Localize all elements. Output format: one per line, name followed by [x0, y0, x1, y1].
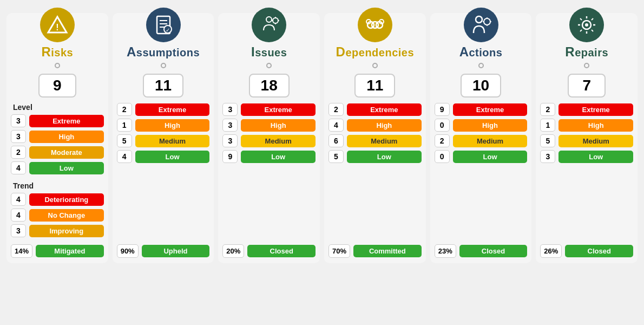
- level-badge: Medium: [347, 135, 422, 147]
- level-count: 6: [328, 134, 344, 147]
- dashboard: !Risks9Level3Extreme3High2Moderate4LowTr…: [6, 13, 638, 263]
- assumptions-connector: [161, 63, 166, 68]
- level-count: 1: [540, 119, 555, 132]
- repairs-level-row: 2Extreme: [540, 103, 633, 116]
- level-badge: Low: [29, 162, 104, 174]
- level-count: 2: [11, 146, 26, 159]
- assumptions-bottom-row: 90%Upheld: [117, 244, 210, 258]
- risks-pct: 14%: [11, 244, 32, 258]
- issues-level-row: 3High: [222, 119, 316, 132]
- level-badge: High: [558, 119, 633, 132]
- dependencies-level-row: 4High: [328, 119, 422, 132]
- dependencies-total: 11: [354, 74, 395, 98]
- level-count: 4: [117, 150, 132, 163]
- level-count: 3: [222, 119, 238, 132]
- assumptions-level-row: 2Extreme: [117, 103, 210, 116]
- actions-pct: 23%: [435, 244, 456, 258]
- svg-point-8: [266, 17, 272, 22]
- dependencies-connector: [372, 63, 378, 68]
- column-repairs: Repairs72Extreme1High5Medium3Low26%Close…: [536, 13, 638, 263]
- level-badge: High: [29, 131, 104, 143]
- assumptions-status: Upheld: [142, 245, 210, 257]
- assumptions-pct: 90%: [117, 244, 139, 258]
- dependencies-status: Committed: [353, 245, 422, 257]
- dependencies-level-row: 2Extreme: [328, 103, 422, 116]
- level-count: 4: [328, 119, 344, 132]
- svg-line-33: [592, 18, 593, 20]
- actions-level-row: 9Extreme: [435, 103, 528, 116]
- level-badge: Medium: [558, 135, 633, 147]
- level-count: 3: [222, 134, 238, 147]
- column-dependencies: Dependencies112Extreme4High6Medium5Low70…: [324, 13, 426, 263]
- repairs-level-row: 5Medium: [540, 134, 633, 147]
- column-issues: Issues183Extreme3High3Medium9Low20%Close…: [218, 13, 320, 263]
- risks-status: Mitigated: [36, 245, 104, 257]
- assumptions-level-row: 1High: [117, 119, 210, 132]
- issues-title: Issues: [251, 44, 287, 60]
- level-count: 4: [11, 161, 26, 174]
- actions-status: Closed: [459, 245, 528, 257]
- dependencies-level-row: 6Medium: [328, 134, 422, 147]
- actions-level-row: 0Low: [435, 150, 528, 163]
- risks-level-row: 4Low: [11, 161, 104, 174]
- svg-point-19: [476, 16, 482, 23]
- actions-level-row: 0High: [435, 119, 528, 132]
- level-badge: Extreme: [29, 115, 104, 127]
- level-count: 5: [117, 134, 132, 147]
- level-count: 2: [435, 134, 450, 147]
- issues-connector: [266, 63, 272, 68]
- issues-icon-circle: [252, 8, 286, 42]
- level-count: 2: [117, 103, 132, 116]
- svg-text:✓: ✓: [166, 27, 170, 33]
- level-count: 3: [11, 130, 26, 143]
- risks-icon-circle: !: [40, 8, 75, 42]
- svg-line-34: [580, 30, 582, 31]
- level-count: 0: [435, 119, 450, 132]
- level-badge: Low: [347, 151, 422, 163]
- column-risks: !Risks9Level3Extreme3High2Moderate4LowTr…: [6, 13, 108, 263]
- svg-line-31: [580, 18, 582, 20]
- actions-connector: [478, 63, 484, 68]
- actions-bottom-row: 23%Closed: [435, 244, 528, 258]
- risks-total: 9: [38, 74, 76, 98]
- level-label: Level: [13, 103, 32, 112]
- repairs-icon-circle: [569, 8, 604, 42]
- level-badge: Low: [453, 151, 528, 163]
- trend-badge: No Change: [29, 209, 104, 222]
- level-badge: Medium: [135, 135, 210, 147]
- level-badge: Low: [558, 151, 633, 163]
- level-count: 2: [328, 103, 344, 116]
- level-badge: Moderate: [29, 146, 104, 159]
- level-badge: Extreme: [558, 103, 633, 116]
- column-assumptions: ✓Assumptions112Extreme1High5Medium4Low90…: [113, 13, 214, 263]
- repairs-status: Closed: [565, 245, 633, 257]
- level-count: 2: [540, 103, 555, 116]
- level-count: 9: [435, 103, 450, 116]
- trend-label: Trend: [13, 181, 34, 190]
- svg-text:!: !: [56, 23, 58, 32]
- repairs-level-row: 3Low: [540, 150, 633, 163]
- assumptions-title: Assumptions: [127, 44, 200, 60]
- svg-point-9: [273, 18, 278, 23]
- assumptions-level-row: 5Medium: [117, 134, 210, 147]
- trend-badge: Improving: [29, 225, 104, 237]
- dependencies-level-row: 5Low: [328, 150, 422, 163]
- repairs-bottom-row: 26%Closed: [540, 244, 633, 258]
- dependencies-pct: 70%: [328, 244, 350, 258]
- level-badge: High: [453, 119, 528, 132]
- repairs-total: 7: [568, 74, 606, 98]
- level-count: 3: [540, 150, 555, 163]
- level-count: 9: [222, 150, 238, 163]
- risks-connector: [55, 63, 60, 68]
- trend-row: 4Deteriorating: [11, 193, 104, 206]
- repairs-connector: [584, 63, 589, 68]
- trend-badge: Deteriorating: [29, 193, 104, 206]
- level-count: 3: [222, 103, 238, 116]
- svg-point-26: [585, 23, 588, 27]
- actions-icon-circle: [464, 8, 498, 42]
- assumptions-icon-circle: ✓: [146, 8, 181, 42]
- level-badge: Medium: [453, 135, 528, 147]
- issues-level-row: 9Low: [222, 150, 316, 163]
- risks-level-row: 3High: [11, 130, 104, 143]
- issues-total: 18: [249, 74, 290, 98]
